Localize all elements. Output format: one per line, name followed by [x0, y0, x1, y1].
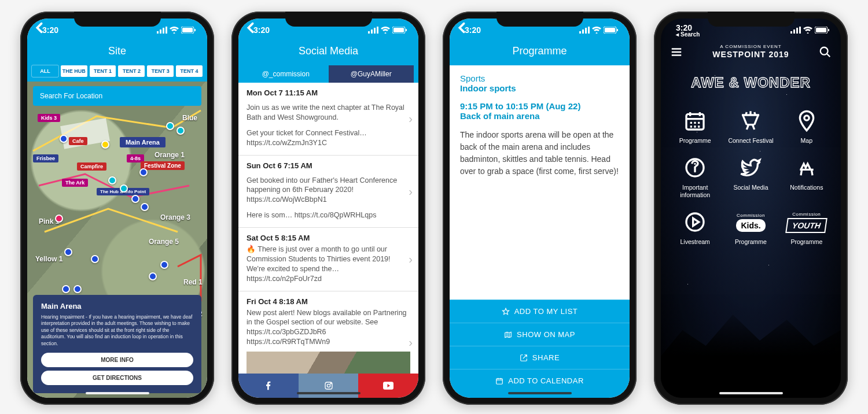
twitter-icon	[739, 156, 762, 179]
tab-tent3[interactable]: TENT 3	[147, 65, 174, 77]
seg-commission[interactable]: @_commission	[243, 65, 329, 83]
svg-rect-26	[496, 378, 503, 383]
back-button[interactable]	[33, 20, 49, 36]
stage-icon	[739, 109, 762, 132]
map-pin[interactable]	[160, 261, 168, 269]
svg-rect-30	[799, 27, 801, 34]
tab-all[interactable]: ALL	[32, 65, 58, 77]
calendar-icon	[495, 377, 503, 385]
label-festival-zone[interactable]: Festival Zone	[141, 161, 185, 170]
cell-label: Social Media	[724, 184, 777, 191]
feed-item[interactable]: Sat Oct 5 8:15 AM 🔥 There is just over a…	[238, 228, 418, 291]
map-icon	[504, 331, 512, 339]
event-subcategory: Indoor sports	[460, 83, 619, 93]
header-site: 3:20 Site ALL THE HUB TENT 1 TENT 2 TENT…	[27, 19, 207, 82]
cell-youth-programme[interactable]: Commission YOUTH Programme	[781, 209, 833, 246]
tag-cafe[interactable]: Cafe	[69, 137, 87, 145]
youtube-tab[interactable]	[358, 374, 418, 398]
map-pin-star[interactable]	[101, 141, 109, 149]
cell-map[interactable]: Map	[781, 108, 833, 145]
map-pin[interactable]	[120, 184, 128, 193]
svg-rect-32	[816, 28, 826, 32]
notch	[285, 12, 372, 27]
map-canvas[interactable]: Search For Location Kids 3 Cafe Frisbee …	[27, 82, 207, 398]
feed-item[interactable]: Mon Oct 7 11:15 AM Join us as we write t…	[238, 83, 418, 156]
feed-item[interactable]: Fri Oct 4 8:18 AM New post alert! New bl…	[238, 291, 418, 374]
map-pin[interactable]	[166, 122, 174, 130]
battery-icon	[815, 27, 829, 34]
map-pin[interactable]	[73, 285, 82, 293]
back-button[interactable]	[455, 20, 472, 36]
svg-rect-33	[828, 29, 829, 31]
search-input[interactable]: Search For Location	[33, 86, 201, 106]
home-indicator[interactable]	[508, 392, 572, 394]
home-indicator[interactable]	[297, 392, 361, 394]
cell-programme[interactable]: Programme	[669, 108, 721, 145]
page-title: Programme	[450, 42, 630, 65]
cell-kids-programme[interactable]: Commission Kids. Programme	[724, 209, 777, 246]
status-icons	[790, 27, 829, 34]
wifi-icon	[381, 27, 390, 34]
screen-social: 3:20 Social Media @_commission @GuyAMill…	[238, 19, 418, 398]
cell-label: Notifications	[781, 184, 833, 191]
map-pin[interactable]	[149, 272, 157, 280]
cell-important-info[interactable]: Important information	[669, 155, 721, 199]
status-icons	[157, 27, 196, 34]
feed-item[interactable]: Sun Oct 6 7:15 AM Get booked into our Fa…	[238, 156, 418, 228]
tab-tent1[interactable]: TENT 1	[90, 65, 116, 77]
tab-tent4[interactable]: TENT 4	[176, 65, 203, 77]
map-pin[interactable]	[64, 248, 72, 256]
menu-button[interactable]	[670, 46, 683, 58]
cell-connect-festival[interactable]: Connect Festival	[724, 108, 777, 145]
tag-kids3[interactable]: Kids 3	[38, 114, 60, 122]
get-directions-button[interactable]: GET DIRECTIONS	[41, 371, 193, 385]
svg-rect-20	[582, 29, 584, 34]
info-title: Main Arena	[41, 302, 193, 310]
battery-icon	[604, 27, 618, 34]
seg-guyamiller[interactable]: @GuyAMiller	[329, 65, 414, 83]
cell-social-media[interactable]: Social Media	[724, 155, 777, 199]
play-icon	[683, 210, 707, 234]
map-pin[interactable]	[55, 215, 63, 223]
svg-rect-10	[374, 28, 376, 34]
label-main-arena[interactable]: Main Arena	[120, 137, 165, 147]
label-orange1: Orange 1	[155, 151, 185, 159]
tab-thehub[interactable]: THE HUB	[61, 65, 87, 77]
share-button[interactable]: SHARE	[450, 346, 630, 369]
search-button[interactable]	[819, 46, 832, 58]
cell-notifications[interactable]: Notifications	[781, 155, 833, 199]
home-indicator[interactable]	[86, 392, 149, 394]
more-info-button[interactable]: MORE INFO	[41, 353, 193, 367]
map-pin[interactable]	[131, 195, 139, 203]
tag-campfire[interactable]: Campfire	[77, 162, 106, 171]
chevron-left-icon	[244, 20, 257, 36]
back-to-search[interactable]: ◂ Search	[676, 31, 700, 38]
map-pin[interactable]	[139, 168, 148, 176]
back-button[interactable]	[244, 20, 260, 36]
cell-livestream[interactable]: Livestream	[669, 209, 721, 246]
add-to-list-button[interactable]: ADD TO MY LIST	[450, 300, 630, 323]
tab-tent2[interactable]: TENT 2	[118, 65, 145, 77]
back-label: Search	[681, 31, 700, 38]
map-pin[interactable]	[141, 203, 149, 211]
event-category: Sports	[460, 73, 619, 83]
tag-frisbee[interactable]: Frisbee	[33, 154, 58, 162]
map-pin[interactable]	[91, 255, 99, 263]
feed-list[interactable]: Mon Oct 7 11:15 AM Join us as we write t…	[238, 83, 418, 374]
post-time: Sun Oct 6 7:15 AM	[247, 161, 410, 170]
facebook-tab[interactable]	[238, 374, 299, 398]
map-pin[interactable]	[108, 176, 116, 184]
show-on-map-button[interactable]: SHOW ON MAP	[450, 323, 630, 346]
map-pin[interactable]	[60, 135, 68, 143]
home-indicator[interactable]	[719, 392, 783, 394]
map-pin[interactable]	[176, 127, 185, 135]
label-yellow1: Yellow 1	[35, 255, 62, 263]
label-orange3: Orange 3	[160, 213, 190, 221]
tag-ark[interactable]: The Ark	[62, 179, 88, 187]
post-body-line: Here is som… https://t.co/8QpWRHLqps	[247, 210, 410, 220]
svg-point-17	[330, 383, 331, 384]
map-pin[interactable]	[62, 285, 70, 293]
hands-icon	[795, 156, 818, 179]
svg-rect-8	[368, 31, 370, 34]
action-label: ADD TO MY LIST	[514, 307, 578, 316]
